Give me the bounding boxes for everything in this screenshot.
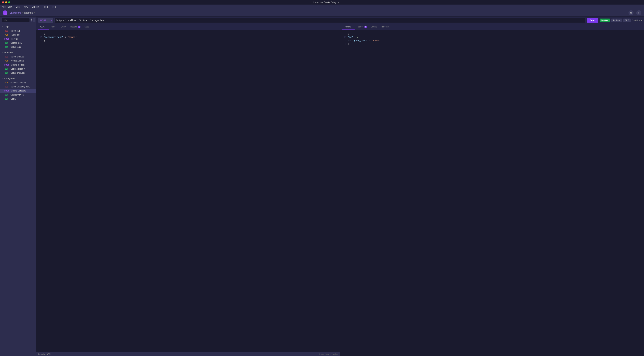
method-badge-get: GET bbox=[4, 68, 9, 70]
minimize-button[interactable] bbox=[5, 1, 7, 3]
search-input[interactable] bbox=[1, 18, 30, 22]
code-line: 4 } bbox=[342, 42, 642, 46]
tab-docs[interactable]: Docs bbox=[82, 24, 91, 30]
close-button[interactable] bbox=[2, 1, 4, 3]
method-badge-post: POST bbox=[4, 90, 10, 92]
sidebar-item-update-category[interactable]: PUT Update Category bbox=[0, 81, 36, 85]
add-button[interactable]: ⋯ bbox=[34, 18, 36, 22]
menu-window[interactable]: Window bbox=[31, 5, 40, 8]
method-badge-get: GET bbox=[4, 72, 9, 74]
menu-edit[interactable]: Edit bbox=[15, 5, 20, 8]
tab-timeline[interactable]: Timeline bbox=[379, 24, 391, 30]
settings-button[interactable]: ⚙ bbox=[628, 10, 634, 15]
sidebar-item-label: Create product bbox=[11, 64, 24, 66]
tab-auth[interactable]: Auth ▾ bbox=[49, 24, 59, 30]
sidebar-item-label: Get all tags bbox=[10, 46, 21, 48]
sidebar-item-get-all-products[interactable]: GET Get all products bbox=[0, 71, 36, 75]
method-badge-get: GET bbox=[4, 46, 9, 48]
folder-icon: 🗂 bbox=[2, 52, 4, 54]
method-badge-del: DEL bbox=[4, 56, 9, 58]
breadcrumb: Dashboard / Insomnia ▾ bbox=[10, 11, 35, 14]
breadcrumb-dashboard[interactable]: Dashboard bbox=[10, 11, 21, 14]
method-badge-put: PUT bbox=[4, 34, 9, 36]
header-actions: ⚙ ● bbox=[628, 10, 641, 15]
code-line: 1 { bbox=[342, 32, 642, 35]
tab-preview[interactable]: Preview ▾ bbox=[342, 24, 354, 30]
sidebar-item-label: Create Category bbox=[11, 90, 26, 92]
folder-icon: 🗂 bbox=[2, 78, 4, 80]
sidebar-item-get-all-tags[interactable]: GET Get all tags bbox=[0, 45, 36, 49]
method-badge-post: POST bbox=[4, 64, 10, 66]
menu-view[interactable]: View bbox=[23, 5, 28, 8]
header-bar: I Dashboard / Insomnia ▾ ⚙ ● bbox=[0, 9, 644, 16]
sidebar-search-area: ⇅ ⋯ bbox=[0, 16, 36, 24]
sidebar-item-delete-product[interactable]: DEL Delete product bbox=[0, 55, 36, 59]
sidebar-section-categories-header[interactable]: 🗂 Categories bbox=[0, 76, 36, 81]
sidebar-item-get-all[interactable]: GET Get All bbox=[0, 97, 36, 101]
sidebar-item-tag-update[interactable]: PUT Tag update bbox=[0, 33, 36, 37]
url-input[interactable] bbox=[54, 18, 586, 23]
sidebar-item-create-product[interactable]: POST Create product bbox=[0, 63, 36, 67]
tab-json[interactable]: JSON ▾ bbox=[38, 24, 49, 30]
chevron-down-icon[interactable]: ▾ bbox=[34, 12, 35, 14]
response-tabs: Preview ▾ Header ? Cookie Timeline bbox=[340, 24, 644, 30]
sidebar-section-products-header[interactable]: 🗂 Products bbox=[0, 50, 36, 55]
menu-bar: Application Edit View Window Tools Help bbox=[0, 5, 644, 9]
tab-header[interactable]: Header 1 bbox=[68, 24, 82, 30]
sidebar-item-label: Product update bbox=[10, 60, 24, 62]
response-code-editor: 1 { 2 "id" : 7 , bbox=[340, 30, 644, 356]
timestamp: Just Now ▾ bbox=[632, 19, 642, 21]
sidebar-item-label: Get all products bbox=[10, 72, 25, 74]
method-badge-put: PUT bbox=[4, 82, 9, 84]
sidebar-item-get-one-product[interactable]: GET Get one product bbox=[0, 67, 36, 71]
sidebar-item-delete-category-by-id[interactable]: DEL Delete Category by ID bbox=[0, 85, 36, 89]
cursor-info: $.store.books[*].author bbox=[319, 353, 338, 355]
beautify-json-button[interactable]: Beautify JSON bbox=[38, 353, 50, 355]
maximize-button[interactable] bbox=[8, 1, 10, 3]
sidebar-item-product-update[interactable]: PUT Product update bbox=[0, 59, 36, 63]
status-badge: 200 OK bbox=[600, 18, 610, 22]
user-button[interactable]: ● bbox=[636, 10, 641, 15]
tab-cookie[interactable]: Cookie bbox=[369, 24, 379, 30]
method-select[interactable]: POST GET PUT DELETE bbox=[38, 18, 53, 23]
send-button[interactable]: Send bbox=[587, 18, 598, 22]
request-tabs: JSON ▾ Auth ▾ Query Header 1 bbox=[36, 24, 340, 30]
sidebar: ⇅ ⋯ 🗂 Tags DEL Delete tag PUT Tag update bbox=[0, 16, 36, 356]
code-line: 3 } bbox=[38, 39, 338, 43]
menu-tools[interactable]: Tools bbox=[42, 5, 48, 8]
tab-query[interactable]: Query bbox=[59, 24, 68, 30]
sidebar-item-get-tag-by-id[interactable]: GET Get tag by ID bbox=[0, 41, 36, 45]
method-badge-put: PUT bbox=[4, 60, 9, 62]
app-logo: I bbox=[3, 10, 8, 15]
header-count-badge: 1 bbox=[78, 26, 80, 28]
window-title: Insomnia – Create Category bbox=[10, 1, 642, 3]
request-bottom-bar: Beautify JSON $.store.books[*].author bbox=[36, 352, 340, 356]
sidebar-item-delete-tag[interactable]: DEL Delete tag bbox=[0, 29, 36, 33]
menu-application[interactable]: Application bbox=[1, 5, 13, 8]
breadcrumb-current: Insomnia bbox=[24, 11, 33, 14]
request-code-editor[interactable]: 1 { 2 "category_name" : "Games" bbox=[36, 30, 340, 352]
window-controls[interactable] bbox=[2, 1, 10, 3]
chevron-down-icon: ▾ bbox=[46, 26, 47, 28]
sidebar-item-label: Post tag bbox=[11, 38, 18, 40]
sidebar-item-post-tag[interactable]: POST Post tag bbox=[0, 37, 36, 41]
main-content: POST GET PUT DELETE Send 200 OK 14.4 ms … bbox=[36, 16, 644, 356]
sidebar-item-label: Get All bbox=[10, 98, 16, 100]
method-badge-get: GET bbox=[4, 94, 9, 96]
method-badge-del: DEL bbox=[4, 30, 9, 32]
user-icon: ● bbox=[638, 11, 640, 14]
sidebar-item-label: Delete Category by ID bbox=[10, 86, 30, 88]
sidebar-item-create-category[interactable]: POST Create Category bbox=[0, 89, 36, 93]
chevron-down-icon: ▾ bbox=[56, 26, 57, 28]
sidebar-item-category-by-id[interactable]: GET Category by ID bbox=[0, 93, 36, 97]
response-size: 32 B bbox=[623, 18, 631, 22]
sidebar-section-tags-header[interactable]: 🗂 Tags bbox=[0, 24, 36, 29]
menu-help[interactable]: Help bbox=[51, 5, 57, 8]
sort-button[interactable]: ⇅ bbox=[31, 18, 32, 22]
sidebar-section-products: 🗂 Products DEL Delete product PUT Produc… bbox=[0, 50, 36, 76]
response-header-badge: ? bbox=[364, 26, 367, 28]
tab-response-header[interactable]: Header ? bbox=[354, 24, 369, 30]
method-badge-get: GET bbox=[4, 98, 9, 100]
request-bar: POST GET PUT DELETE Send 200 OK 14.4 ms … bbox=[36, 16, 644, 24]
gear-icon: ⚙ bbox=[630, 11, 632, 14]
